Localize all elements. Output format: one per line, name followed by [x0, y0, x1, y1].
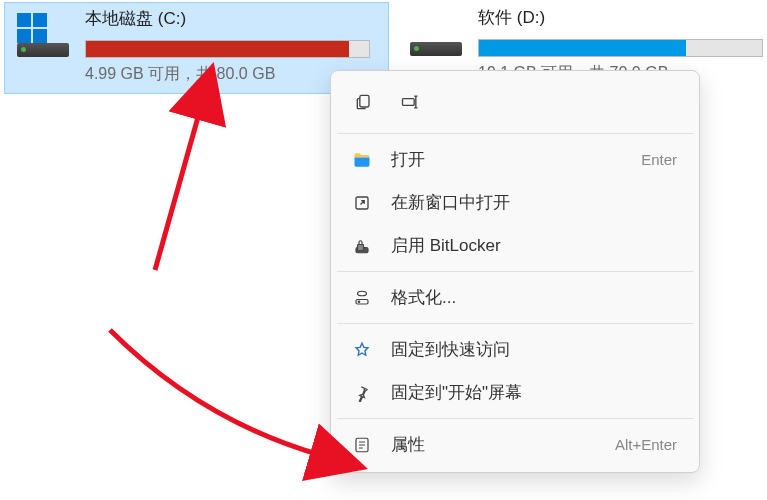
menu-label: 固定到"开始"屏幕 [391, 381, 677, 404]
pin-icon [351, 382, 373, 404]
menu-item-format[interactable]: 格式化... [337, 276, 693, 319]
menu-label: 启用 BitLocker [391, 234, 677, 257]
menu-label: 打开 [391, 148, 623, 171]
menu-label: 格式化... [391, 286, 677, 309]
bitlocker-icon [351, 235, 373, 257]
svg-rect-4 [358, 244, 364, 250]
copy-button[interactable] [343, 83, 385, 121]
menu-item-pin-start[interactable]: 固定到"开始"屏幕 [337, 371, 693, 414]
drive-c-name: 本地磁盘 (C:) [85, 7, 380, 30]
menu-shortcut: Alt+Enter [615, 436, 677, 453]
menu-label: 在新窗口中打开 [391, 191, 677, 214]
drive-d-icon [402, 6, 470, 64]
rename-icon [399, 91, 421, 113]
drive-c-usage-bar [85, 40, 370, 58]
menu-item-pin-quick-access[interactable]: 固定到快速访问 [337, 328, 693, 371]
format-icon [351, 287, 373, 309]
svg-rect-1 [403, 99, 415, 106]
context-menu: 打开 Enter 在新窗口中打开 启用 BitLocker 格式化... 固定到… [330, 70, 700, 473]
menu-separator [337, 418, 693, 419]
rename-button[interactable] [389, 83, 431, 121]
star-icon [351, 339, 373, 361]
menu-separator [337, 323, 693, 324]
menu-item-properties[interactable]: 属性 Alt+Enter [337, 423, 693, 466]
drive-d-name: 软件 (D:) [478, 6, 763, 29]
drive-d-usage-bar [478, 39, 763, 57]
folder-open-icon [351, 149, 373, 171]
new-window-icon [351, 192, 373, 214]
menu-item-open[interactable]: 打开 Enter [337, 138, 693, 181]
copy-icon [353, 91, 375, 113]
svg-point-6 [358, 301, 360, 303]
svg-rect-0 [360, 95, 369, 107]
menu-label: 固定到快速访问 [391, 338, 677, 361]
menu-item-open-new-window[interactable]: 在新窗口中打开 [337, 181, 693, 224]
menu-item-bitlocker[interactable]: 启用 BitLocker [337, 224, 693, 267]
menu-separator [337, 133, 693, 134]
quick-actions-row [337, 77, 693, 129]
drive-c-icon [9, 7, 77, 65]
menu-label: 属性 [391, 433, 597, 456]
menu-separator [337, 271, 693, 272]
properties-icon [351, 434, 373, 456]
menu-shortcut: Enter [641, 151, 677, 168]
